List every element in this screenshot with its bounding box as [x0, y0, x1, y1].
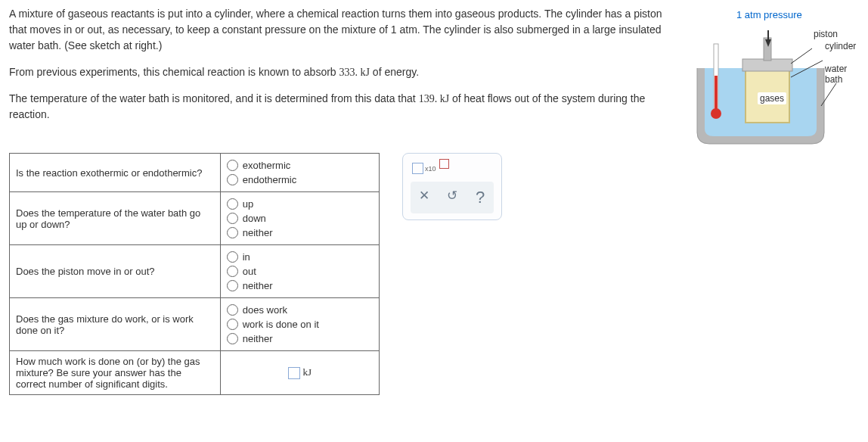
x10-label: x10 [425, 165, 436, 173]
gases-label: gases [758, 92, 786, 104]
q4-opt2-label: neither [243, 333, 273, 344]
q3-opt-neither[interactable]: neither [227, 279, 373, 293]
q2-opt2-label: neither [243, 227, 273, 238]
problem-statement: A mixture of gaseous reactants is put in… [9, 6, 677, 123]
exponent-box-icon [439, 159, 449, 169]
q4-opt-workdoneon[interactable]: work is done on it [227, 317, 373, 332]
svg-rect-1 [715, 76, 718, 112]
problem-value-heat: 139. kJ [419, 93, 449, 104]
q5-input[interactable] [288, 367, 300, 379]
problem-value-absorb: 333. kJ [339, 67, 370, 78]
radio-icon [227, 160, 238, 171]
q4-text: Does the gas mixture do work, or is work… [10, 298, 221, 351]
q1-opt-endothermic[interactable]: endothermic [227, 173, 373, 187]
sci-notation-tool[interactable]: x10 [411, 160, 494, 182]
question-table: Is the reaction exothermic or endothermi… [9, 153, 380, 395]
q4-opt-doeswork[interactable]: does work [227, 303, 373, 317]
q3-opt-in[interactable]: in [227, 250, 373, 264]
svg-point-2 [711, 108, 721, 119]
checkbox-icon [412, 163, 423, 174]
apparatus-figure: 1 atm pressure piston cylinder water bat… [693, 9, 859, 154]
radio-icon [227, 174, 238, 185]
q1-opt0-label: exothermic [243, 160, 291, 171]
q2-opt0-label: up [243, 198, 253, 210]
radio-icon [227, 213, 238, 224]
q3-opt1-label: out [243, 266, 256, 277]
q1-opt1-label: endothermic [243, 174, 297, 185]
problem-p1: A mixture of gaseous reactants is put in… [9, 8, 662, 51]
radio-icon [227, 266, 238, 277]
q5-unit: kJ [303, 366, 312, 378]
reset-button[interactable]: ↺ [443, 188, 461, 207]
q3-opt2-label: neither [243, 280, 273, 291]
q5-text: How much work is done on (or by) the gas… [10, 351, 221, 395]
radio-icon [227, 333, 238, 344]
svg-line-6 [791, 48, 812, 64]
q4-opt1-label: work is done on it [243, 319, 319, 330]
cylinder-label: cylinder [825, 41, 856, 51]
piston-label: piston [814, 29, 838, 39]
q4-opt-neither[interactable]: neither [227, 332, 373, 346]
tool-card: x10 ✕ ↺ ? [402, 153, 502, 220]
radio-icon [227, 319, 238, 330]
radio-icon [227, 198, 238, 210]
radio-icon [227, 280, 238, 291]
q1-text: Is the reaction exothermic or endothermi… [10, 154, 221, 192]
problem-p2b: of energy. [370, 66, 419, 78]
q2-opt1-label: down [243, 213, 266, 224]
q2-opt-down[interactable]: down [227, 211, 373, 226]
waterbath-label: water bath [825, 64, 859, 85]
q2-opt-neither[interactable]: neither [227, 226, 373, 240]
q1-opt-exothermic[interactable]: exothermic [227, 158, 373, 173]
pressure-label: 1 atm pressure [736, 9, 802, 20]
help-button[interactable]: ? [471, 188, 489, 207]
q3-opt0-label: in [243, 251, 250, 263]
q4-opt0-label: does work [243, 304, 287, 316]
arrow-down-icon [765, 39, 771, 47]
clear-button[interactable]: ✕ [415, 188, 433, 207]
q2-text: Does the temperature of the water bath g… [10, 192, 221, 245]
q2-opt-up[interactable]: up [227, 197, 373, 211]
problem-p3a: The temperature of the water bath is mon… [9, 92, 419, 104]
radio-icon [227, 227, 238, 238]
radio-icon [227, 251, 238, 263]
radio-icon [227, 304, 238, 316]
q3-opt-out[interactable]: out [227, 264, 373, 279]
problem-p2a: From previous experiments, this chemical… [9, 66, 339, 78]
q3-text: Does the piston move in or out? [10, 245, 221, 298]
